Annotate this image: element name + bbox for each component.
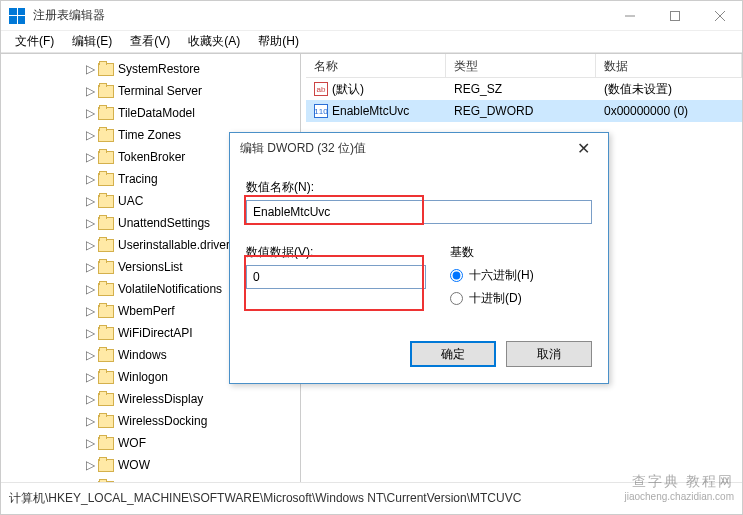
chevron-right-icon[interactable]: ▷ — [86, 238, 98, 252]
chevron-right-icon[interactable]: ▷ — [86, 84, 98, 98]
watermark-line1: 查字典 教程网 — [624, 473, 734, 491]
chevron-right-icon[interactable]: ▷ — [86, 480, 98, 482]
regedit-icon — [9, 8, 25, 24]
menu-help[interactable]: 帮助(H) — [250, 31, 307, 52]
cell-name: (默认) — [332, 81, 364, 98]
tree-item-label: WirelessDisplay — [118, 392, 203, 406]
tree-item-label: TileDataModel — [118, 106, 195, 120]
tree-item-systemrestore[interactable]: ▷SystemRestore — [1, 58, 300, 80]
ok-button[interactable]: 确定 — [410, 341, 496, 367]
value-name-input[interactable] — [246, 200, 592, 224]
col-data[interactable]: 数据 — [596, 54, 742, 77]
chevron-right-icon[interactable]: ▷ — [86, 106, 98, 120]
tree-item-label: SystemRestore — [118, 62, 200, 76]
radio-hex-input[interactable] — [450, 269, 463, 282]
cancel-button[interactable]: 取消 — [506, 341, 592, 367]
chevron-right-icon[interactable]: ▷ — [86, 436, 98, 450]
folder-icon — [98, 283, 114, 296]
radio-dec-input[interactable] — [450, 292, 463, 305]
tree-item-wirelessdisplay[interactable]: ▷WirelessDisplay — [1, 388, 300, 410]
chevron-right-icon[interactable]: ▷ — [86, 392, 98, 406]
tree-item-label: WUDF — [118, 480, 154, 482]
cell-type: REG_SZ — [446, 82, 596, 96]
menubar: 文件(F) 编辑(E) 查看(V) 收藏夹(A) 帮助(H) — [1, 31, 742, 53]
dialog-buttons: 确定 取消 — [246, 341, 592, 367]
chevron-right-icon[interactable]: ▷ — [86, 414, 98, 428]
base-fieldset: 十六进制(H) 十进制(D) — [450, 267, 592, 307]
chevron-right-icon[interactable]: ▷ — [86, 260, 98, 274]
tree-item-label: VersionsList — [118, 260, 183, 274]
window-title: 注册表编辑器 — [33, 7, 607, 24]
tree-item-label: Tracing — [118, 172, 158, 186]
folder-icon — [98, 195, 114, 208]
folder-icon — [98, 459, 114, 472]
tree-item-label: UAC — [118, 194, 143, 208]
cell-data: (数值未设置) — [596, 81, 742, 98]
col-type[interactable]: 类型 — [446, 54, 596, 77]
folder-icon — [98, 63, 114, 76]
folder-icon — [98, 129, 114, 142]
tree-item-terminal server[interactable]: ▷Terminal Server — [1, 80, 300, 102]
chevron-right-icon[interactable]: ▷ — [86, 216, 98, 230]
radio-hex[interactable]: 十六进制(H) — [450, 267, 592, 284]
tree-item-wirelessdocking[interactable]: ▷WirelessDocking — [1, 410, 300, 432]
radio-hex-label: 十六进制(H) — [469, 267, 534, 284]
tree-item-tiledatamodel[interactable]: ▷TileDataModel — [1, 102, 300, 124]
radio-dec[interactable]: 十进制(D) — [450, 290, 592, 307]
menu-edit[interactable]: 编辑(E) — [64, 31, 120, 52]
value-row[interactable]: ab(默认)REG_SZ(数值未设置) — [306, 78, 742, 100]
chevron-right-icon[interactable]: ▷ — [86, 348, 98, 362]
chevron-right-icon[interactable]: ▷ — [86, 304, 98, 318]
tree-item-label: WOF — [118, 436, 146, 450]
folder-icon — [98, 349, 114, 362]
folder-icon — [98, 305, 114, 318]
folder-icon — [98, 239, 114, 252]
folder-icon — [98, 437, 114, 450]
chevron-right-icon[interactable]: ▷ — [86, 326, 98, 340]
string-icon: ab — [314, 82, 328, 96]
titlebar: 注册表编辑器 — [1, 1, 742, 31]
close-button[interactable] — [697, 1, 742, 30]
tree-item-label: Terminal Server — [118, 84, 202, 98]
folder-icon — [98, 217, 114, 230]
chevron-right-icon[interactable]: ▷ — [86, 458, 98, 472]
tree-item-label: Userinstallable.drivers — [118, 238, 236, 252]
menu-favorites[interactable]: 收藏夹(A) — [180, 31, 248, 52]
folder-icon — [98, 173, 114, 186]
col-name[interactable]: 名称 — [306, 54, 446, 77]
dialog-title: 编辑 DWORD (32 位)值 — [240, 140, 568, 157]
folder-icon — [98, 327, 114, 340]
column-headers: 名称 类型 数据 — [306, 54, 742, 78]
folder-icon — [98, 415, 114, 428]
folder-icon — [98, 481, 114, 483]
folder-icon — [98, 261, 114, 274]
chevron-right-icon[interactable]: ▷ — [86, 282, 98, 296]
folder-icon — [98, 371, 114, 384]
chevron-right-icon[interactable]: ▷ — [86, 62, 98, 76]
tree-item-wof[interactable]: ▷WOF — [1, 432, 300, 454]
dword-icon: 110 — [314, 104, 328, 118]
dialog-titlebar[interactable]: 编辑 DWORD (32 位)值 ✕ — [230, 133, 608, 163]
dialog-close-button[interactable]: ✕ — [568, 139, 598, 158]
chevron-right-icon[interactable]: ▷ — [86, 194, 98, 208]
maximize-button[interactable] — [652, 1, 697, 30]
menu-view[interactable]: 查看(V) — [122, 31, 178, 52]
tree-item-wudf[interactable]: ▷WUDF — [1, 476, 300, 482]
tree-item-wow[interactable]: ▷WOW — [1, 454, 300, 476]
value-data-input[interactable] — [246, 265, 426, 289]
folder-icon — [98, 107, 114, 120]
tree-item-label: WiFiDirectAPI — [118, 326, 193, 340]
chevron-right-icon[interactable]: ▷ — [86, 150, 98, 164]
chevron-right-icon[interactable]: ▷ — [86, 370, 98, 384]
value-name-label: 数值名称(N): — [246, 179, 592, 196]
chevron-right-icon[interactable]: ▷ — [86, 172, 98, 186]
value-row[interactable]: 110EnableMtcUvcREG_DWORD0x00000000 (0) — [306, 100, 742, 122]
chevron-right-icon[interactable]: ▷ — [86, 128, 98, 142]
tree-item-label: TokenBroker — [118, 150, 185, 164]
tree-item-label: WOW — [118, 458, 150, 472]
radio-dec-label: 十进制(D) — [469, 290, 522, 307]
value-data-label: 数值数据(V): — [246, 244, 426, 261]
minimize-button[interactable] — [607, 1, 652, 30]
tree-item-label: VolatileNotifications — [118, 282, 222, 296]
menu-file[interactable]: 文件(F) — [7, 31, 62, 52]
